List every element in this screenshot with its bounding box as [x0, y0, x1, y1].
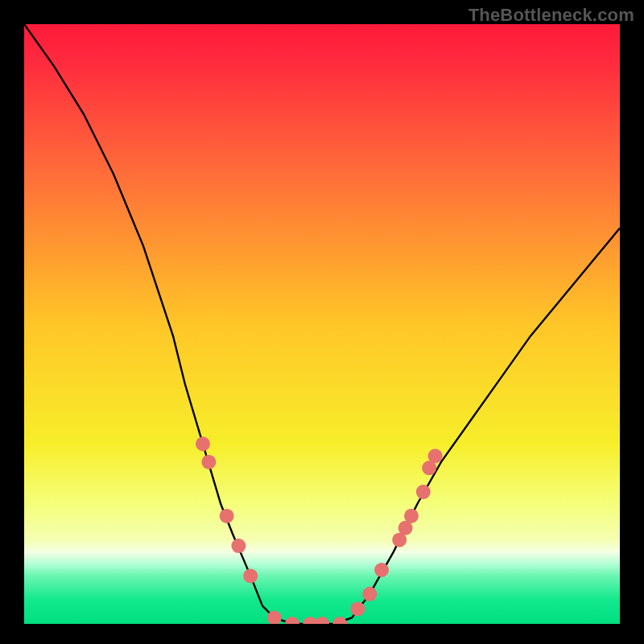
gradient-background — [24, 24, 620, 624]
curve-marker — [374, 563, 389, 577]
curve-marker — [201, 455, 216, 469]
curve-marker — [404, 509, 419, 523]
curve-marker — [416, 485, 431, 499]
curve-marker — [332, 617, 347, 631]
curve-marker — [428, 448, 443, 463]
chart-stage: { "watermark": "TheBottleneck.com", "cha… — [0, 0, 644, 644]
curve-marker — [220, 509, 234, 523]
curve-marker — [350, 601, 365, 616]
curve-marker — [231, 539, 246, 553]
curve-marker — [362, 587, 377, 601]
curve-marker — [285, 617, 299, 631]
curve-marker — [315, 617, 329, 631]
curve-marker — [196, 437, 210, 452]
curve-marker — [267, 611, 282, 625]
curve-marker — [243, 568, 258, 583]
watermark-text: TheBottleneck.com — [469, 5, 634, 26]
bottleneck-chart — [0, 0, 644, 644]
